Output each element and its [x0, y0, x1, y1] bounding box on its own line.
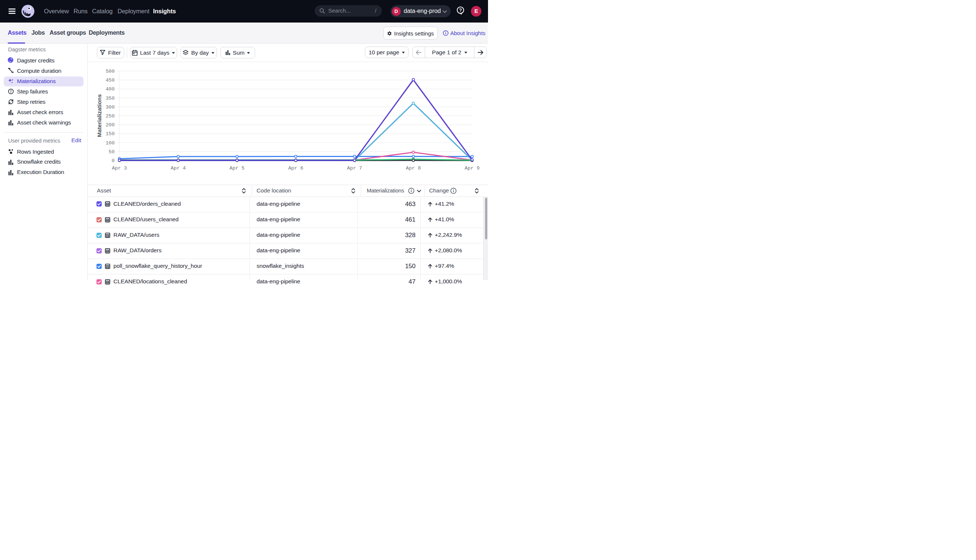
- svg-text:Apr 4: Apr 4: [171, 165, 186, 171]
- svg-text:150: 150: [106, 131, 115, 137]
- svg-text:Apr 8: Apr 8: [406, 165, 421, 171]
- svg-text:Apr 7: Apr 7: [347, 165, 362, 171]
- svg-text:Apr 9: Apr 9: [465, 165, 480, 171]
- svg-text:350: 350: [106, 96, 115, 101]
- svg-text:200: 200: [106, 122, 115, 128]
- svg-text:Apr 5: Apr 5: [230, 165, 245, 171]
- svg-text:300: 300: [106, 105, 115, 110]
- svg-text:Apr 6: Apr 6: [288, 165, 304, 171]
- svg-text:450: 450: [106, 78, 115, 83]
- svg-text:100: 100: [106, 140, 115, 146]
- svg-text:0: 0: [112, 158, 115, 163]
- svg-text:250: 250: [106, 113, 115, 119]
- svg-text:Materializations: Materializations: [96, 94, 102, 137]
- svg-text:500: 500: [106, 69, 115, 74]
- svg-text:50: 50: [109, 149, 115, 155]
- svg-text:400: 400: [106, 87, 115, 92]
- svg-text:?: ?: [459, 8, 462, 13]
- svg-text:Apr 3: Apr 3: [112, 165, 127, 171]
